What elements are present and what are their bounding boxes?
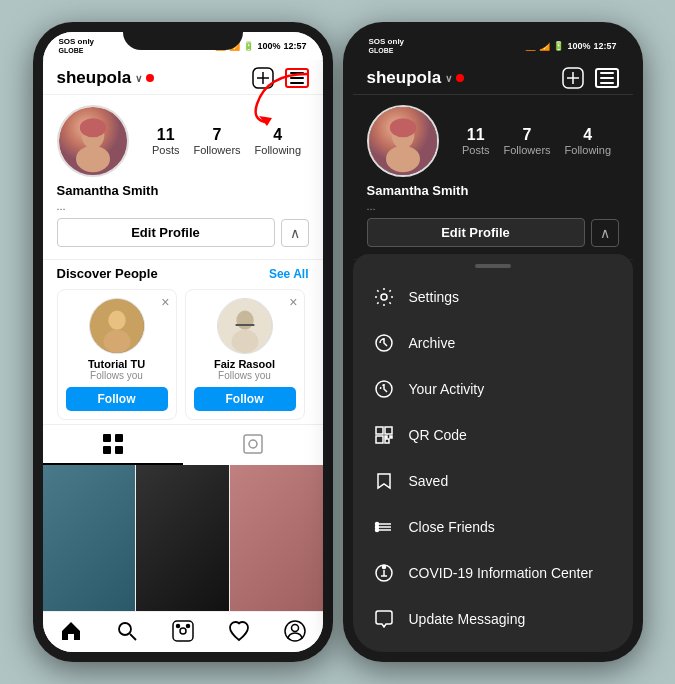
messaging-label: Update Messaging: [409, 611, 526, 627]
left-phone: SOS onlyGLOBE 📶 🛜 🔋 100% 12:57 sheupola …: [33, 22, 333, 662]
chevron-up-left[interactable]: ∧: [281, 219, 309, 247]
friends-label: Close Friends: [409, 519, 495, 535]
username-text-left: sheupola: [57, 68, 132, 88]
avatar-left: [57, 105, 129, 177]
person-card-tutorial: × Tutorial TU Follows you: [57, 289, 177, 420]
posts-stat-left[interactable]: 11 Posts: [152, 126, 180, 156]
person-follows-tutorial: Follows you: [90, 370, 143, 381]
follow-button-faiz[interactable]: Follow: [194, 387, 296, 411]
close-tutorial[interactable]: ×: [161, 294, 169, 310]
svg-point-52: [382, 566, 385, 569]
followers-num-left: 7: [213, 126, 222, 144]
add-button-left[interactable]: [251, 66, 275, 90]
time-left: 12:57: [283, 41, 306, 51]
posts-stat-right[interactable]: 11 Posts: [462, 126, 490, 156]
posts-num-left: 11: [157, 126, 175, 144]
menu-item-qr[interactable]: QR Code: [353, 412, 633, 458]
profile-bio-right: ...: [367, 200, 619, 212]
follow-button-tutorial[interactable]: Follow: [66, 387, 168, 411]
menu-item-archive[interactable]: Archive: [353, 320, 633, 366]
reels-nav-left[interactable]: [170, 618, 196, 644]
svg-rect-43: [385, 436, 387, 438]
following-num-left: 4: [273, 126, 282, 144]
discover-header-left: Discover People See All: [57, 266, 309, 281]
menu-item-covid[interactable]: COVID-19 Information Center: [353, 550, 633, 596]
battery-icon: 🔋: [243, 41, 254, 51]
home-nav-left[interactable]: [58, 618, 84, 644]
svg-rect-18: [115, 446, 123, 454]
tagged-tab-left[interactable]: [183, 425, 323, 465]
menu-line-2: [290, 77, 304, 79]
menu-item-settings[interactable]: Settings: [353, 274, 633, 320]
search-nav-left[interactable]: [114, 618, 140, 644]
close-faiz[interactable]: ×: [289, 294, 297, 310]
menu-button-right[interactable]: [595, 68, 619, 88]
profile-section-left: 11 Posts 7 Followers 4 Following Sama: [43, 95, 323, 259]
avatar-img-left: [59, 107, 127, 175]
grid-tab-left[interactable]: [43, 425, 183, 465]
chevron-up-right[interactable]: ∧: [591, 219, 619, 247]
following-num-right: 4: [583, 126, 592, 144]
battery-icon-right: 🔋: [553, 41, 564, 51]
profile-bio-left: ...: [57, 200, 309, 212]
svg-point-25: [176, 625, 179, 628]
posts-label-left: Posts: [152, 144, 180, 156]
svg-point-35: [389, 118, 415, 137]
svg-line-22: [130, 634, 136, 640]
svg-point-7: [79, 118, 105, 137]
posts-num-right: 11: [467, 126, 485, 144]
saved-label: Saved: [409, 473, 449, 489]
messaging-icon: [373, 608, 395, 630]
qr-icon: [373, 424, 395, 446]
menu-line-r2: [600, 77, 614, 79]
menu-item-saved[interactable]: Saved: [353, 458, 633, 504]
followers-label-right: Followers: [503, 144, 550, 156]
see-all-left[interactable]: See All: [269, 267, 309, 281]
person-name-faiz: Faiz Rasool: [214, 358, 275, 370]
stats-right: 11 Posts 7 Followers 4 Following: [455, 126, 619, 156]
svg-point-13: [231, 330, 258, 353]
archive-label: Archive: [409, 335, 456, 351]
followers-num-right: 7: [523, 126, 532, 144]
covid-label: COVID-19 Information Center: [409, 565, 593, 581]
svg-point-20: [249, 440, 257, 448]
carrier-right: SOS onlyGLOBE: [369, 37, 405, 55]
followers-label-left: Followers: [193, 144, 240, 156]
bottom-nav-left: [43, 611, 323, 652]
left-phone-screen: SOS onlyGLOBE 📶 🛜 🔋 100% 12:57 sheupola …: [43, 32, 323, 652]
username-right: sheupola ∨: [367, 68, 465, 88]
profile-nav-left[interactable]: [282, 618, 308, 644]
grid-section-left: [43, 465, 323, 611]
posts-label-right: Posts: [462, 144, 490, 156]
followers-stat-left[interactable]: 7 Followers: [193, 126, 240, 156]
svg-rect-14: [235, 324, 254, 326]
followers-stat-right[interactable]: 7 Followers: [503, 126, 550, 156]
menu-item-messaging[interactable]: Update Messaging: [353, 596, 633, 642]
right-phone: SOS onlyGLOBE 📶 🛜 🔋 100% 12:57 sheupola …: [343, 22, 643, 662]
header-icons-left: [251, 66, 309, 90]
add-button-right[interactable]: [561, 66, 585, 90]
menu-handle: [475, 264, 511, 268]
notification-dot-right: [456, 74, 464, 82]
grid-tab-row-left: [43, 424, 323, 465]
edit-profile-button-left[interactable]: Edit Profile: [57, 218, 275, 247]
notch-right: [433, 22, 553, 50]
time-right: 12:57: [593, 41, 616, 51]
heart-nav-left[interactable]: [226, 618, 252, 644]
person-card-faiz: × Faiz Rasool: [185, 289, 305, 420]
username-text-right: sheupola: [367, 68, 442, 88]
following-stat-right[interactable]: 4 Following: [565, 126, 611, 156]
menu-item-friends[interactable]: Close Friends: [353, 504, 633, 550]
profile-name-right: Samantha Smith: [367, 183, 619, 198]
edit-profile-row-left: Edit Profile ∧: [57, 218, 309, 247]
stats-left: 11 Posts 7 Followers 4 Following: [145, 126, 309, 156]
menu-item-activity[interactable]: Your Activity: [353, 366, 633, 412]
svg-point-6: [76, 146, 110, 172]
edit-profile-button-right[interactable]: Edit Profile: [367, 218, 585, 247]
svg-rect-41: [376, 436, 383, 443]
friends-icon: [373, 516, 395, 538]
menu-button-left[interactable]: [285, 68, 309, 88]
following-stat-left[interactable]: 4 Following: [255, 126, 301, 156]
username-chevron-left: ∨: [135, 73, 142, 84]
right-phone-screen: SOS onlyGLOBE 📶 🛜 🔋 100% 12:57 sheupola …: [353, 32, 633, 652]
